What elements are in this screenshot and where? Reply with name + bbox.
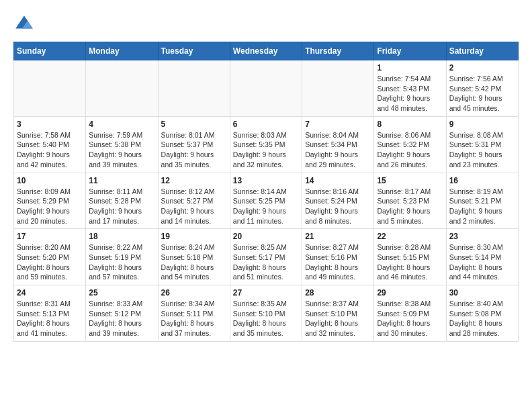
day-info: Sunrise: 8:17 AMSunset: 5:23 PMDaylight:… [377, 187, 443, 226]
day-number: 26 [161, 288, 227, 298]
calendar-week-row: 1Sunrise: 7:54 AMSunset: 5:43 PMDaylight… [14, 60, 519, 117]
weekday-header: Friday [374, 42, 446, 60]
day-number: 10 [17, 176, 83, 185]
weekday-header: Monday [86, 42, 158, 60]
calendar-cell: 21Sunrise: 8:27 AMSunset: 5:16 PMDayligh… [302, 229, 374, 285]
weekday-header: Saturday [446, 42, 518, 60]
logo-icon [13, 13, 35, 35]
day-info: Sunrise: 8:09 AMSunset: 5:29 PMDaylight:… [17, 187, 83, 226]
day-number: 17 [17, 232, 83, 241]
day-number: 7 [305, 120, 371, 129]
day-number: 6 [233, 120, 299, 129]
day-info: Sunrise: 8:14 AMSunset: 5:25 PMDaylight:… [233, 187, 299, 226]
weekday-header: Wednesday [230, 42, 302, 60]
day-number: 9 [449, 120, 515, 129]
calendar-cell: 14Sunrise: 8:16 AMSunset: 5:24 PMDayligh… [302, 173, 374, 229]
calendar-cell [302, 60, 374, 117]
day-info: Sunrise: 8:27 AMSunset: 5:16 PMDaylight:… [305, 242, 371, 282]
calendar-cell: 19Sunrise: 8:24 AMSunset: 5:18 PMDayligh… [158, 229, 230, 285]
day-number: 4 [89, 120, 154, 129]
day-number: 20 [233, 232, 299, 241]
calendar-cell: 17Sunrise: 8:20 AMSunset: 5:20 PMDayligh… [14, 229, 86, 285]
day-info: Sunrise: 8:34 AMSunset: 5:11 PMDaylight:… [161, 299, 227, 338]
day-info: Sunrise: 8:08 AMSunset: 5:31 PMDaylight:… [449, 130, 515, 170]
calendar-cell: 3Sunrise: 7:58 AMSunset: 5:40 PMDaylight… [14, 116, 86, 173]
day-number: 14 [305, 176, 371, 185]
calendar-cell: 20Sunrise: 8:25 AMSunset: 5:17 PMDayligh… [230, 229, 302, 285]
weekday-header: Tuesday [158, 42, 230, 60]
day-info: Sunrise: 8:33 AMSunset: 5:12 PMDaylight:… [89, 299, 154, 338]
day-info: Sunrise: 8:04 AMSunset: 5:34 PMDaylight:… [305, 130, 371, 170]
calendar-cell: 10Sunrise: 8:09 AMSunset: 5:29 PMDayligh… [14, 173, 86, 229]
day-number: 15 [377, 176, 443, 185]
day-info: Sunrise: 7:59 AMSunset: 5:38 PMDaylight:… [89, 130, 154, 170]
day-info: Sunrise: 8:38 AMSunset: 5:09 PMDaylight:… [377, 299, 443, 338]
day-info: Sunrise: 8:31 AMSunset: 5:13 PMDaylight:… [17, 299, 83, 338]
day-number: 22 [377, 232, 443, 241]
day-number: 19 [161, 232, 227, 241]
day-info: Sunrise: 8:35 AMSunset: 5:10 PMDaylight:… [233, 299, 299, 338]
day-number: 11 [89, 176, 154, 185]
calendar-cell: 11Sunrise: 8:11 AMSunset: 5:28 PMDayligh… [86, 173, 158, 229]
day-number: 27 [233, 288, 299, 298]
calendar-cell [158, 60, 230, 117]
day-info: Sunrise: 7:58 AMSunset: 5:40 PMDaylight:… [17, 130, 83, 170]
calendar-cell: 4Sunrise: 7:59 AMSunset: 5:38 PMDaylight… [86, 116, 158, 173]
day-info: Sunrise: 8:20 AMSunset: 5:20 PMDaylight:… [17, 242, 83, 282]
day-info: Sunrise: 8:25 AMSunset: 5:17 PMDaylight:… [233, 242, 299, 282]
day-info: Sunrise: 8:19 AMSunset: 5:21 PMDaylight:… [449, 187, 515, 226]
day-number: 30 [449, 288, 515, 298]
calendar-cell: 8Sunrise: 8:06 AMSunset: 5:32 PMDaylight… [374, 116, 446, 173]
calendar-cell: 6Sunrise: 8:03 AMSunset: 5:35 PMDaylight… [230, 116, 302, 173]
logo [13, 13, 39, 35]
day-info: Sunrise: 8:37 AMSunset: 5:10 PMDaylight:… [305, 299, 371, 338]
calendar-cell: 23Sunrise: 8:30 AMSunset: 5:14 PMDayligh… [446, 229, 518, 285]
calendar-cell: 26Sunrise: 8:34 AMSunset: 5:11 PMDayligh… [158, 285, 230, 342]
calendar-cell: 28Sunrise: 8:37 AMSunset: 5:10 PMDayligh… [302, 285, 374, 342]
calendar-cell [230, 60, 302, 117]
day-number: 29 [377, 288, 443, 298]
day-number: 3 [17, 120, 83, 129]
calendar-week-row: 17Sunrise: 8:20 AMSunset: 5:20 PMDayligh… [14, 229, 519, 285]
day-info: Sunrise: 8:06 AMSunset: 5:32 PMDaylight:… [377, 130, 443, 170]
weekday-header: Sunday [14, 42, 86, 60]
day-number: 25 [89, 288, 154, 298]
day-number: 24 [17, 288, 83, 298]
calendar-cell: 12Sunrise: 8:12 AMSunset: 5:27 PMDayligh… [158, 173, 230, 229]
calendar-cell: 15Sunrise: 8:17 AMSunset: 5:23 PMDayligh… [374, 173, 446, 229]
day-number: 13 [233, 176, 299, 185]
calendar-cell: 9Sunrise: 8:08 AMSunset: 5:31 PMDaylight… [446, 116, 518, 173]
calendar-cell: 2Sunrise: 7:56 AMSunset: 5:42 PMDaylight… [446, 60, 518, 117]
day-number: 8 [377, 120, 443, 129]
calendar-cell: 5Sunrise: 8:01 AMSunset: 5:37 PMDaylight… [158, 116, 230, 173]
calendar-cell: 30Sunrise: 8:40 AMSunset: 5:08 PMDayligh… [446, 285, 518, 342]
day-info: Sunrise: 8:40 AMSunset: 5:08 PMDaylight:… [449, 299, 515, 338]
calendar: SundayMondayTuesdayWednesdayThursdayFrid… [13, 42, 519, 342]
page-header [13, 13, 519, 35]
calendar-week-row: 3Sunrise: 7:58 AMSunset: 5:40 PMDaylight… [14, 116, 519, 173]
day-info: Sunrise: 8:11 AMSunset: 5:28 PMDaylight:… [89, 187, 154, 226]
day-number: 12 [161, 176, 227, 185]
calendar-cell: 24Sunrise: 8:31 AMSunset: 5:13 PMDayligh… [14, 285, 86, 342]
calendar-cell [86, 60, 158, 117]
calendar-cell: 18Sunrise: 8:22 AMSunset: 5:19 PMDayligh… [86, 229, 158, 285]
day-info: Sunrise: 8:30 AMSunset: 5:14 PMDaylight:… [449, 242, 515, 282]
calendar-cell: 25Sunrise: 8:33 AMSunset: 5:12 PMDayligh… [86, 285, 158, 342]
day-info: Sunrise: 8:28 AMSunset: 5:15 PMDaylight:… [377, 242, 443, 282]
day-info: Sunrise: 8:16 AMSunset: 5:24 PMDaylight:… [305, 187, 371, 226]
calendar-week-row: 10Sunrise: 8:09 AMSunset: 5:29 PMDayligh… [14, 173, 519, 229]
day-info: Sunrise: 8:24 AMSunset: 5:18 PMDaylight:… [161, 242, 227, 282]
day-number: 1 [377, 63, 443, 73]
calendar-cell: 22Sunrise: 8:28 AMSunset: 5:15 PMDayligh… [374, 229, 446, 285]
calendar-cell: 7Sunrise: 8:04 AMSunset: 5:34 PMDaylight… [302, 116, 374, 173]
calendar-cell: 16Sunrise: 8:19 AMSunset: 5:21 PMDayligh… [446, 173, 518, 229]
weekday-header-row: SundayMondayTuesdayWednesdayThursdayFrid… [14, 42, 519, 60]
day-number: 28 [305, 288, 371, 298]
day-number: 5 [161, 120, 227, 129]
day-info: Sunrise: 8:22 AMSunset: 5:19 PMDaylight:… [89, 242, 154, 282]
calendar-cell: 13Sunrise: 8:14 AMSunset: 5:25 PMDayligh… [230, 173, 302, 229]
calendar-cell: 29Sunrise: 8:38 AMSunset: 5:09 PMDayligh… [374, 285, 446, 342]
day-number: 23 [449, 232, 515, 241]
calendar-week-row: 24Sunrise: 8:31 AMSunset: 5:13 PMDayligh… [14, 285, 519, 342]
day-info: Sunrise: 8:03 AMSunset: 5:35 PMDaylight:… [233, 130, 299, 170]
